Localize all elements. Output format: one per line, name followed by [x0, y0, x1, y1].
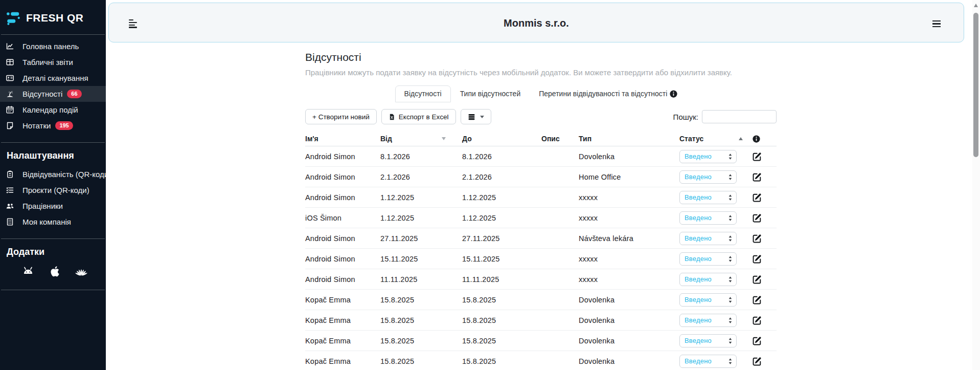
column-header-info[interactable]	[745, 135, 777, 143]
edit-pencil-icon	[753, 213, 762, 223]
export-excel-button[interactable]: Експорт в Excel	[381, 109, 456, 124]
status-select[interactable]: Введено	[679, 150, 737, 163]
edit-button[interactable]	[753, 275, 762, 284]
sidebar: FRESH QR Головна панель Табличні звіти Д…	[0, 0, 106, 370]
sort-descending-icon[interactable]	[442, 137, 446, 140]
sidebar-item[interactable]: Моя компанія	[0, 214, 106, 230]
status-select[interactable]: Введено	[679, 334, 737, 347]
sidebar-item[interactable]: Календар подій	[0, 102, 106, 118]
sidebar-item[interactable]: Проєкти (QR-коди)	[0, 182, 106, 198]
sort-ascending-icon[interactable]	[739, 137, 743, 140]
id-card-icon	[5, 74, 15, 83]
up-down-arrows-icon	[728, 358, 733, 365]
sidebar-item-label: Моя компанія	[22, 217, 71, 226]
edit-button[interactable]	[753, 295, 762, 304]
sidebar-settings-nav: Відвідуваність (QR-коди) Проєкти (QR-код…	[0, 166, 106, 230]
info-icon[interactable]	[753, 135, 760, 143]
sidebar-item[interactable]: Працівники	[0, 198, 106, 214]
sidebar-item-label: Працівники	[22, 202, 63, 210]
status-value: Введено	[685, 214, 712, 222]
up-down-arrows-icon	[728, 317, 733, 324]
sidebar-item[interactable]: Табличні звіти	[0, 54, 106, 70]
edit-button[interactable]	[753, 357, 762, 366]
sidebar-item[interactable]: Відвідуваність (QR-коди)	[0, 166, 106, 182]
edit-button[interactable]	[753, 213, 762, 223]
status-select[interactable]: Введено	[679, 170, 737, 184]
column-header-to[interactable]: До	[462, 135, 541, 143]
cell-to: 15.8.2025	[462, 316, 541, 324]
column-header-status[interactable]: Статус	[679, 135, 745, 143]
column-header-name[interactable]: Ім'я	[305, 135, 380, 143]
cell-type: Home Office	[579, 173, 679, 181]
status-select[interactable]: Введено	[679, 314, 737, 327]
status-select[interactable]: Введено	[679, 252, 737, 266]
edit-button[interactable]	[753, 152, 762, 161]
tab[interactable]: Відсутності	[395, 85, 451, 102]
android-icon[interactable]	[21, 265, 35, 280]
tab-label: Типи відсутностей	[460, 90, 521, 98]
edit-button[interactable]	[753, 234, 762, 243]
sidebar-item[interactable]: Нотатки 195	[0, 118, 106, 134]
cell-type: Dovolenka	[579, 316, 679, 324]
cell-status: Введено	[679, 170, 745, 184]
status-select[interactable]: Введено	[679, 273, 737, 286]
cell-name: Android Simon	[305, 275, 380, 284]
toolbar: + Створити новий Експорт в Excel Пошук:	[305, 109, 777, 124]
column-header-description[interactable]: Опис	[541, 135, 579, 143]
status-select[interactable]: Введено	[679, 232, 737, 245]
edit-pencil-icon	[753, 234, 762, 243]
cell-to: 15.8.2025	[462, 357, 541, 365]
info-icon[interactable]	[670, 90, 677, 98]
excel-file-icon	[389, 113, 395, 121]
table-row: Android Simon 8.1.2026 8.1.2026 Dovolenk…	[305, 146, 777, 167]
column-header-from[interactable]: Від	[380, 135, 462, 143]
app-logo-text: FRESH QR	[26, 12, 84, 24]
status-select[interactable]: Введено	[679, 293, 737, 307]
cell-to: 1.12.2025	[462, 214, 541, 222]
up-down-arrows-icon	[728, 276, 733, 283]
cell-actions	[745, 275, 777, 284]
edit-button[interactable]	[753, 172, 762, 182]
cell-type: Návšteva lekára	[579, 234, 679, 243]
tab[interactable]: Перетини відвідуваності та відсутності	[530, 85, 687, 102]
apple-icon[interactable]	[48, 265, 61, 280]
edit-button[interactable]	[753, 316, 762, 325]
edit-button[interactable]	[753, 193, 762, 202]
table-body: Android Simon 8.1.2026 8.1.2026 Dovolenk…	[305, 146, 777, 370]
cell-name: Kopač Emma	[305, 296, 380, 304]
count-badge: 195	[55, 121, 73, 130]
up-down-arrows-icon	[728, 337, 733, 344]
tab-bar: Відсутності Типи відсутностей Перетини в…	[305, 85, 777, 102]
cell-actions	[745, 316, 777, 325]
hamburger-menu-icon[interactable]	[932, 20, 941, 29]
edit-pencil-icon	[753, 172, 762, 182]
table-row: Android Simon 2.1.2026 2.1.2026 Home Off…	[305, 167, 777, 187]
scrollbar-up-arrow-icon[interactable]	[974, 4, 978, 7]
edit-button[interactable]	[753, 336, 762, 345]
sidebar-item[interactable]: Деталі сканування	[0, 70, 106, 86]
huawei-icon[interactable]	[75, 265, 88, 280]
sidebar-item[interactable]: Головна панель	[0, 38, 106, 54]
edit-button[interactable]	[753, 254, 762, 264]
cell-name: iOS Šimon	[305, 214, 380, 222]
app-logo[interactable]: FRESH QR	[0, 0, 106, 26]
tab-label: Перетини відвідуваності та відсутності	[539, 90, 667, 98]
cell-status: Введено	[679, 211, 745, 225]
column-header-type[interactable]: Тип	[579, 135, 679, 143]
search-input[interactable]	[702, 110, 777, 123]
create-new-button[interactable]: + Створити новий	[305, 109, 377, 124]
status-select[interactable]: Введено	[679, 355, 737, 368]
status-select[interactable]: Введено	[679, 191, 737, 204]
status-value: Введено	[685, 234, 712, 242]
top-header-bar: Monmis s.r.o.	[108, 3, 964, 42]
cell-actions	[745, 254, 777, 264]
vacation-icon	[5, 90, 15, 99]
scrollbar-thumb[interactable]	[973, 13, 978, 157]
sidebar-item[interactable]: Відсутності 66	[0, 86, 106, 102]
data-options-dropdown-button[interactable]	[461, 109, 491, 124]
status-select[interactable]: Введено	[679, 211, 737, 225]
tab[interactable]: Типи відсутностей	[451, 85, 530, 102]
sidebar-divider	[1, 290, 105, 290]
page-scrollbar[interactable]	[972, 0, 980, 370]
apps-section-title: Додатки	[0, 243, 106, 263]
